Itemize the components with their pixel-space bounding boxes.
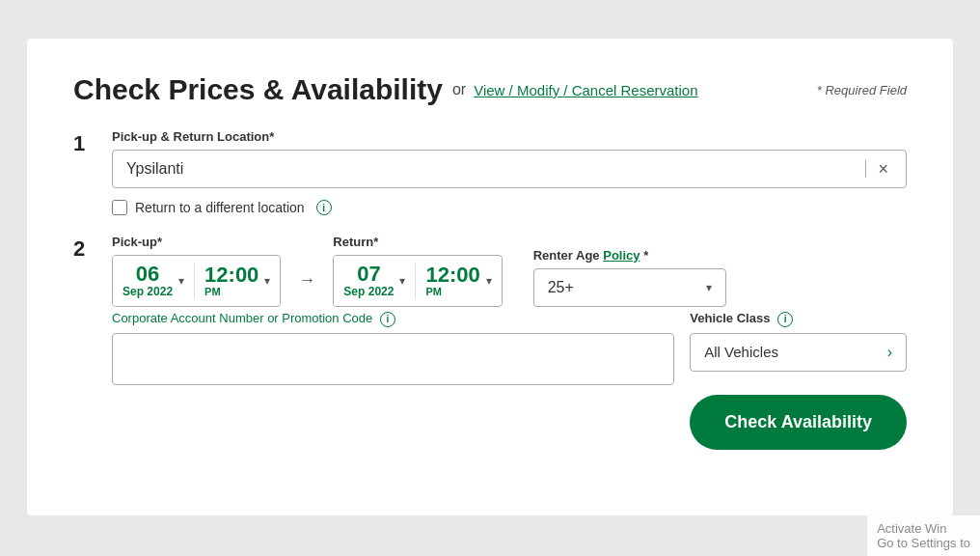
age-select[interactable]: 25+ ▾	[533, 268, 726, 307]
location-input-wrap[interactable]: Ypsilanti ×	[112, 150, 907, 188]
activate-windows-overlay: Activate Win Go to Settings to	[867, 515, 980, 556]
vehicle-class-select[interactable]: All Vehicles ›	[690, 333, 907, 372]
promo-info-icon[interactable]: i	[380, 312, 395, 327]
return-date-value: 07 Sep 2022	[343, 264, 394, 298]
promo-input[interactable]	[112, 333, 674, 385]
return-time-chevron: ▾	[486, 274, 492, 288]
return-different-checkbox[interactable]	[112, 200, 127, 215]
clear-location-button[interactable]: ×	[874, 160, 892, 178]
return-time-ampm: PM	[425, 286, 442, 297]
policy-link[interactable]: Policy	[603, 248, 640, 263]
pickup-time-num: 12:00	[204, 264, 259, 286]
return-date-chevron: ▾	[399, 274, 405, 288]
age-value: 25+	[548, 279, 574, 296]
pickup-date-num: 06	[136, 264, 159, 285]
section-2: 2 Pick-up* 06 Sep 2022 ▾	[73, 235, 907, 450]
or-text: or	[452, 81, 466, 98]
section-2-content: Pick-up* 06 Sep 2022 ▾ 12:00	[112, 235, 907, 450]
input-divider	[865, 160, 866, 178]
section-1-content: Pick-up & Return Location* Ypsilanti × R…	[112, 129, 907, 215]
pickup-time-value: 12:00 PM	[204, 264, 259, 297]
return-group: Return* 07 Sep 2022 ▾ 12:00	[333, 235, 502, 307]
main-card: Check Prices & Availability or View / Mo…	[27, 39, 953, 515]
return-time-value: 12:00 PM	[425, 264, 479, 297]
return-date-mon-yr: Sep 2022	[343, 285, 394, 298]
vehicle-class-value: All Vehicles	[704, 344, 778, 360]
section-1: 1 Pick-up & Return Location* Ypsilanti ×…	[73, 129, 907, 215]
page-title: Check Prices & Availability	[73, 73, 443, 106]
activate-line1: Activate Win	[877, 521, 970, 536]
required-field-note: * Required Field	[817, 83, 907, 97]
return-date-num: 07	[357, 264, 380, 285]
pickup-date-time-row: 06 Sep 2022 ▾ 12:00 PM ▾	[112, 255, 281, 307]
pickup-date-chevron: ▾	[178, 274, 184, 288]
return-different-info-icon[interactable]: i	[316, 200, 332, 215]
return-different-label: Return to a different location	[135, 200, 305, 215]
pickup-time-ampm: PM	[204, 286, 221, 297]
return-time-num: 12:00	[425, 264, 479, 286]
vehicle-class-group: Vehicle Class i All Vehicles ›	[690, 311, 907, 372]
pickup-label: Pick-up*	[112, 235, 281, 249]
return-date-select[interactable]: 07 Sep 2022 ▾	[334, 256, 415, 306]
age-chevron: ▾	[706, 281, 712, 294]
location-value: Ypsilanti	[126, 160, 858, 178]
arrow-separator: →	[298, 270, 315, 291]
pickup-date-mon-yr: Sep 2022	[122, 285, 173, 298]
step-2-number: 2	[73, 236, 96, 262]
pickup-date-value: 06 Sep 2022	[122, 264, 173, 298]
step-1-number: 1	[73, 131, 96, 156]
return-time-select[interactable]: 12:00 PM ▾	[416, 257, 501, 305]
vehicle-and-check: Vehicle Class i All Vehicles › Check Ava…	[690, 311, 907, 450]
pickup-date-select[interactable]: 06 Sep 2022 ▾	[113, 256, 194, 306]
check-availability-button[interactable]: Check Availability	[690, 395, 907, 450]
renter-age-label: Renter Age Policy *	[533, 248, 726, 263]
return-date-time-row: 07 Sep 2022 ▾ 12:00 PM ▾	[333, 255, 502, 307]
pickup-return-label: Pick-up & Return Location*	[112, 129, 907, 144]
activate-line2: Go to Settings to	[877, 536, 970, 550]
vehicle-class-info-icon[interactable]: i	[777, 312, 793, 327]
promo-section: Corporate Account Number or Promotion Co…	[112, 311, 674, 385]
return-different-row: Return to a different location i	[112, 200, 907, 215]
return-label: Return*	[333, 235, 502, 249]
title-row: Check Prices & Availability or View / Mo…	[73, 73, 907, 106]
view-modify-cancel-link[interactable]: View / Modify / Cancel Reservation	[474, 82, 697, 98]
bottom-row: Corporate Account Number or Promotion Co…	[112, 311, 907, 450]
vehicle-class-label: Vehicle Class i	[690, 311, 907, 327]
pickup-group: Pick-up* 06 Sep 2022 ▾ 12:00	[112, 235, 281, 307]
vehicle-class-arrow: ›	[887, 344, 892, 361]
pickup-time-chevron: ▾	[264, 274, 270, 288]
pickup-time-select[interactable]: 12:00 PM ▾	[195, 257, 280, 305]
promo-label: Corporate Account Number or Promotion Co…	[112, 311, 674, 327]
renter-age-group: Renter Age Policy * 25+ ▾	[533, 248, 726, 307]
